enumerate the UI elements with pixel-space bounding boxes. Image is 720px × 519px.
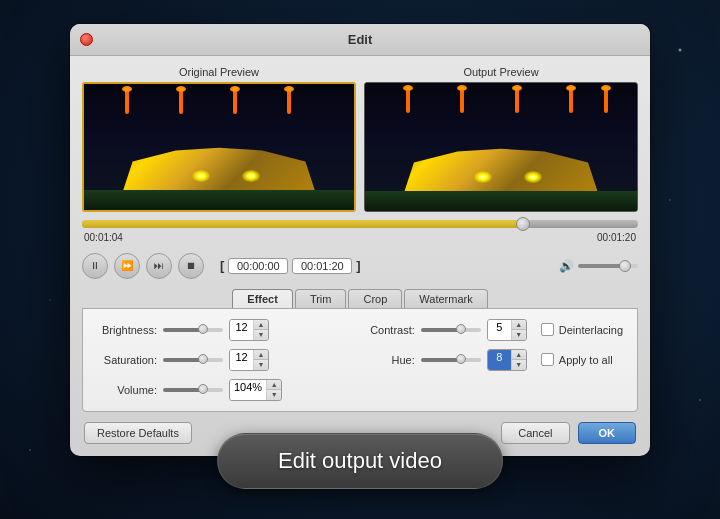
volume-slider[interactable] xyxy=(578,264,638,268)
output-preview-label: Output Preview xyxy=(364,66,638,78)
hue-value: 8 xyxy=(488,350,512,370)
volume-up[interactable]: ▲ xyxy=(267,380,281,391)
stop-icon: ⏹ xyxy=(186,260,196,271)
volume-stepper[interactable]: ▲ ▼ xyxy=(267,380,281,400)
headlight-right xyxy=(242,170,260,182)
time-in-display: 00:00:00 xyxy=(228,258,288,274)
volume-thumb xyxy=(619,260,631,272)
tab-crop[interactable]: Crop xyxy=(348,289,402,308)
title-bar: Edit xyxy=(70,24,650,56)
saturation-thumb xyxy=(198,354,208,364)
contrast-slider[interactable] xyxy=(421,328,481,332)
hue-up[interactable]: ▲ xyxy=(512,350,526,361)
forward-button[interactable]: ⏩ xyxy=(114,253,140,279)
brightness-value: 12 xyxy=(230,320,254,340)
close-button[interactable] xyxy=(80,33,93,46)
window-title: Edit xyxy=(348,32,373,47)
contrast-up[interactable]: ▲ xyxy=(512,320,526,331)
brightness-down[interactable]: ▼ xyxy=(254,330,268,340)
apply-to-all-checkbox[interactable] xyxy=(541,353,554,366)
next-frame-icon: ⏭ xyxy=(154,260,164,271)
brightness-label: Brightness: xyxy=(97,324,157,336)
saturation-label: Saturation: xyxy=(97,354,157,366)
saturation-input-group: 12 ▲ ▼ xyxy=(229,349,269,371)
street-light-1 xyxy=(125,89,129,114)
controls-row: ⏸ ⏩ ⏭ ⏹ [ 00:00:00 00:01:20 ] 🔊 xyxy=(70,247,650,285)
volume-input-group: 104% ▲ ▼ xyxy=(229,379,282,401)
hue-down[interactable]: ▼ xyxy=(512,360,526,370)
street-light-9 xyxy=(604,88,608,113)
brightness-slider[interactable] xyxy=(163,328,223,332)
time-bracket: [ 00:00:00 00:01:20 ] xyxy=(220,258,361,274)
bracket-in-button[interactable]: [ xyxy=(220,258,224,273)
original-preview-pane: Original Preview xyxy=(82,66,356,212)
apply-to-all-label: Apply to all xyxy=(559,354,613,366)
contrast-row: Contrast: 5 ▲ ▼ Deinterlacing xyxy=(355,319,623,341)
ok-cancel-group: Cancel OK xyxy=(501,422,636,444)
next-frame-button[interactable]: ⏭ xyxy=(146,253,172,279)
cancel-button[interactable]: Cancel xyxy=(501,422,569,444)
street-light-2 xyxy=(179,89,183,114)
timeline-thumb[interactable] xyxy=(516,217,530,231)
pill-text: Edit output video xyxy=(278,448,442,473)
volume-down[interactable]: ▼ xyxy=(267,390,281,400)
contrast-label: Contrast: xyxy=(355,324,415,336)
saturation-slider[interactable] xyxy=(163,358,223,362)
saturation-down[interactable]: ▼ xyxy=(254,360,268,370)
timeline-bar[interactable] xyxy=(82,220,638,228)
headlight-right-2 xyxy=(524,171,542,183)
hue-thumb xyxy=(456,354,466,364)
brightness-input-group: 12 ▲ ▼ xyxy=(229,319,269,341)
ok-button[interactable]: OK xyxy=(578,422,637,444)
timeline-fill xyxy=(82,220,527,228)
preview-section: Original Preview Output Preview xyxy=(70,56,650,220)
headlight-left-2 xyxy=(474,171,492,183)
timeline-section: 00:01:04 00:01:20 xyxy=(70,220,650,247)
output-preview-video xyxy=(364,82,638,212)
contrast-thumb xyxy=(456,324,466,334)
timeline-end: 00:01:20 xyxy=(597,232,636,243)
window-controls xyxy=(80,33,93,46)
contrast-value: 5 xyxy=(488,320,512,340)
saturation-stepper[interactable]: ▲ ▼ xyxy=(254,350,268,370)
contrast-stepper[interactable]: ▲ ▼ xyxy=(512,320,526,340)
restore-defaults-button[interactable]: Restore Defaults xyxy=(84,422,192,444)
original-preview-label: Original Preview xyxy=(82,66,356,78)
volume-row: Volume: 104% ▲ ▼ xyxy=(97,379,339,401)
contrast-down[interactable]: ▼ xyxy=(512,330,526,340)
saturation-up[interactable]: ▲ xyxy=(254,350,268,361)
street-light-3 xyxy=(233,89,237,114)
tab-effect[interactable]: Effect xyxy=(232,289,293,308)
bracket-out-button[interactable]: ] xyxy=(356,258,360,273)
street-light-5 xyxy=(406,88,410,113)
contrast-input-group: 5 ▲ ▼ xyxy=(487,319,527,341)
hue-row: Hue: 8 ▲ ▼ Apply to all xyxy=(355,349,623,371)
volume-row-slider[interactable] xyxy=(163,388,223,392)
brightness-thumb xyxy=(198,324,208,334)
deinterlacing-checkbox[interactable] xyxy=(541,323,554,336)
forward-icon: ⏩ xyxy=(121,260,133,271)
brightness-up[interactable]: ▲ xyxy=(254,320,268,331)
stop-button[interactable]: ⏹ xyxy=(178,253,204,279)
volume-label: Volume: xyxy=(97,384,157,396)
tabs-row: Effect Trim Crop Watermark xyxy=(70,285,650,308)
volume-value: 104% xyxy=(230,380,267,400)
hue-slider[interactable] xyxy=(421,358,481,362)
deinterlacing-label: Deinterlacing xyxy=(559,324,623,336)
saturation-row: Saturation: 12 ▲ ▼ xyxy=(97,349,339,371)
tab-watermark[interactable]: Watermark xyxy=(404,289,487,308)
original-preview-video xyxy=(82,82,356,212)
hue-input-group: 8 ▲ ▼ xyxy=(487,349,527,371)
hue-stepper[interactable]: ▲ ▼ xyxy=(512,350,526,370)
time-out-display: 00:01:20 xyxy=(292,258,352,274)
tab-trim[interactable]: Trim xyxy=(295,289,347,308)
apply-to-all-row: Apply to all xyxy=(541,353,613,366)
settings-grid: Brightness: 12 ▲ ▼ Contrast: xyxy=(97,319,623,401)
brightness-row: Brightness: 12 ▲ ▼ xyxy=(97,319,339,341)
brightness-stepper[interactable]: ▲ ▼ xyxy=(254,320,268,340)
pause-icon: ⏸ xyxy=(90,260,100,271)
volume-icon: 🔊 xyxy=(559,259,574,273)
street-light-4 xyxy=(287,89,291,114)
timeline-labels: 00:01:04 00:01:20 xyxy=(82,232,638,243)
pause-button[interactable]: ⏸ xyxy=(82,253,108,279)
